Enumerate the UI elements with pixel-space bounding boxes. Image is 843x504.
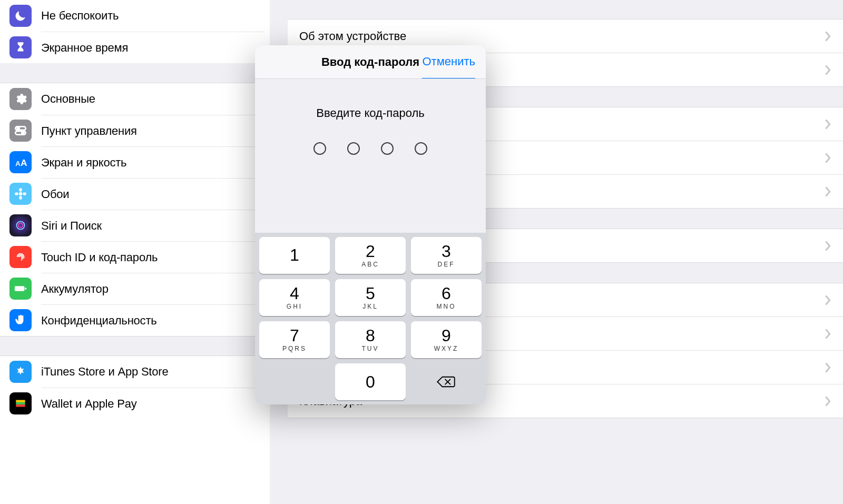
- key-digit: 5: [366, 285, 375, 302]
- key-digit: 1: [290, 246, 299, 263]
- svg-point-3: [22, 132, 24, 134]
- passcode-prompt: Введите код-пароль: [316, 106, 424, 120]
- key-digit: 6: [442, 285, 451, 302]
- chevron-right-icon: [824, 31, 831, 42]
- key-digit: 3: [442, 243, 451, 260]
- keypad-2[interactable]: 2ABC: [335, 237, 406, 274]
- key-letters: PQRS: [282, 345, 307, 352]
- sidebar-item-screentime[interactable]: Экранное время: [0, 32, 270, 63]
- keypad-1[interactable]: 1: [259, 237, 330, 274]
- keypad-3[interactable]: 3DEF: [411, 237, 482, 274]
- key-letters: DEF: [438, 261, 455, 268]
- key-letters: WXYZ: [434, 345, 459, 352]
- switches-icon: [9, 120, 32, 142]
- passcode-dot: [381, 142, 394, 155]
- chevron-right-icon: [824, 240, 831, 252]
- sidebar-item-wallpaper[interactable]: Обои: [0, 178, 270, 210]
- sidebar-item-wallet[interactable]: Wallet и Apple Pay: [0, 388, 270, 419]
- chevron-right-icon: [824, 118, 831, 130]
- fingerprint-icon: [9, 246, 32, 268]
- hand-icon: [9, 309, 32, 331]
- key-letters: GHI: [287, 303, 302, 310]
- sidebar-item-controlcenter[interactable]: Пункт управления: [0, 115, 270, 146]
- sidebar: Не беспокоить Экранное время Основные: [0, 0, 270, 504]
- svg-text:A: A: [21, 157, 27, 168]
- keypad-4[interactable]: 4GHI: [259, 279, 330, 316]
- moon-icon: [9, 5, 32, 27]
- sidebar-gap: [0, 63, 270, 83]
- svg-point-6: [19, 192, 23, 196]
- key-letters: TUV: [362, 345, 379, 352]
- sidebar-item-dnd[interactable]: Не беспокоить: [0, 0, 270, 32]
- sidebar-item-battery[interactable]: Аккумулятор: [0, 273, 270, 304]
- chevron-right-icon: [824, 152, 831, 164]
- passcode-dot: [347, 142, 360, 155]
- hourglass-icon: [9, 36, 32, 58]
- textsize-icon: AA: [9, 151, 32, 173]
- key-digit: 4: [290, 285, 299, 302]
- sidebar-item-itunes[interactable]: iTunes Store и App Store: [0, 356, 270, 388]
- wallet-icon: [9, 392, 32, 414]
- chevron-right-icon: [824, 328, 831, 340]
- svg-point-1: [17, 127, 19, 130]
- keypad-7[interactable]: 7PQRS: [259, 321, 330, 358]
- chevron-right-icon: [824, 64, 831, 76]
- sidebar-item-privacy[interactable]: Конфиденциальность: [0, 304, 270, 336]
- siri-icon: [9, 214, 32, 236]
- gear-icon: [9, 88, 32, 110]
- key-letters: MNO: [437, 303, 456, 310]
- svg-point-11: [16, 221, 24, 229]
- key-letters: JKL: [362, 303, 378, 310]
- svg-rect-13: [15, 286, 25, 291]
- sidebar-label: Аккумулятор: [41, 282, 109, 296]
- svg-point-9: [15, 192, 18, 195]
- battery-icon: [9, 278, 32, 300]
- backspace-icon: [436, 375, 456, 389]
- key-digit: 7: [290, 327, 299, 344]
- flower-icon: [9, 183, 32, 205]
- chevron-right-icon: [824, 294, 831, 306]
- svg-rect-16: [16, 402, 25, 404]
- passcode-dot: [415, 142, 427, 155]
- sidebar-group-2: Основные Пункт управления AA Экран и ярк…: [0, 83, 270, 336]
- sidebar-label: Основные: [41, 92, 95, 106]
- sidebar-label: Пункт управления: [41, 124, 137, 138]
- sidebar-label: Обои: [41, 187, 69, 201]
- keypad-9[interactable]: 9WXYZ: [411, 321, 482, 358]
- keypad-8[interactable]: 8TUV: [335, 321, 406, 358]
- key-letters: ABC: [361, 261, 379, 268]
- keypad-0[interactable]: 0: [335, 363, 406, 400]
- cancel-button[interactable]: Отменить: [422, 45, 475, 78]
- sidebar-label: Touch ID и код-пароль: [41, 251, 158, 264]
- sidebar-item-siri[interactable]: Siri и Поиск: [0, 210, 270, 241]
- svg-rect-17: [16, 404, 25, 407]
- sidebar-item-general[interactable]: Основные: [0, 83, 270, 115]
- keypad-6[interactable]: 6MNO: [411, 279, 482, 316]
- keypad-blank: [259, 363, 330, 400]
- sidebar-label: Wallet и Apple Pay: [41, 397, 137, 411]
- svg-rect-15: [16, 400, 25, 402]
- passcode-dot: [313, 142, 326, 155]
- sidebar-item-touchid[interactable]: Touch ID и код-пароль: [0, 241, 270, 273]
- key-digit: 9: [442, 327, 451, 344]
- modal-title: Ввод код-пароля: [321, 55, 419, 69]
- svg-rect-14: [25, 288, 26, 290]
- chevron-right-icon: [824, 396, 831, 407]
- sidebar-label: Не беспокоить: [41, 9, 119, 23]
- key-digit: 0: [366, 373, 375, 390]
- modal-body: Введите код-пароль: [255, 79, 486, 233]
- keypad-delete[interactable]: [411, 363, 482, 400]
- svg-point-7: [19, 188, 22, 192]
- appstore-icon: [9, 361, 32, 383]
- svg-point-8: [19, 196, 22, 200]
- svg-point-12: [18, 223, 23, 228]
- chevron-right-icon: [824, 186, 831, 197]
- keypad-5[interactable]: 5JKL: [335, 279, 406, 316]
- sidebar-group-3: iTunes Store и App Store Wallet и Apple …: [0, 356, 270, 419]
- key-digit: 2: [366, 243, 375, 260]
- passcode-dots: [313, 142, 427, 155]
- numeric-keypad: 1 2ABC 3DEF 4GHI 5JKL 6MNO 7PQRS 8TUV 9W…: [255, 233, 486, 404]
- sidebar-item-display[interactable]: AA Экран и яркость: [0, 146, 270, 178]
- key-digit: 8: [366, 327, 375, 344]
- sidebar-label: Экранное время: [41, 41, 128, 55]
